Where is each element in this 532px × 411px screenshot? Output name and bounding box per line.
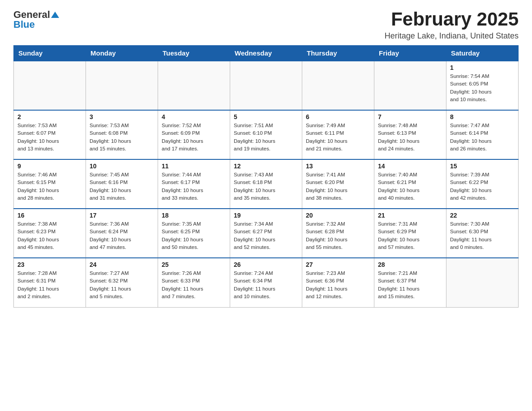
table-row: 24Sunrise: 7:27 AM Sunset: 6:32 PM Dayli… <box>86 258 158 307</box>
day-sun-info: Sunrise: 7:21 AM Sunset: 6:37 PM Dayligh… <box>378 270 442 300</box>
svg-marker-0 <box>51 12 59 18</box>
day-number: 23 <box>17 261 82 268</box>
table-row: 11Sunrise: 7:44 AM Sunset: 6:17 PM Dayli… <box>158 159 230 209</box>
day-number: 6 <box>306 113 370 120</box>
table-row: 3Sunrise: 7:53 AM Sunset: 6:08 PM Daylig… <box>86 110 158 159</box>
day-sun-info: Sunrise: 7:36 AM Sunset: 6:24 PM Dayligh… <box>90 220 154 251</box>
day-number: 2 <box>17 113 82 120</box>
table-row: 12Sunrise: 7:43 AM Sunset: 6:18 PM Dayli… <box>230 159 302 209</box>
table-row: 16Sunrise: 7:38 AM Sunset: 6:23 PM Dayli… <box>14 209 86 258</box>
day-sun-info: Sunrise: 7:40 AM Sunset: 6:21 PM Dayligh… <box>378 171 442 202</box>
day-sun-info: Sunrise: 7:54 AM Sunset: 6:05 PM Dayligh… <box>450 73 515 103</box>
day-sun-info: Sunrise: 7:41 AM Sunset: 6:20 PM Dayligh… <box>306 171 370 202</box>
day-number: 5 <box>234 113 298 120</box>
day-sun-info: Sunrise: 7:26 AM Sunset: 6:33 PM Dayligh… <box>162 270 226 300</box>
calendar-header-row: Sunday Monday Tuesday Wednesday Thursday… <box>14 46 519 61</box>
table-row: 4Sunrise: 7:52 AM Sunset: 6:09 PM Daylig… <box>158 110 230 159</box>
day-sun-info: Sunrise: 7:30 AM Sunset: 6:30 PM Dayligh… <box>450 220 515 251</box>
day-number: 10 <box>90 163 154 170</box>
day-number: 20 <box>306 212 370 219</box>
calendar-week-row: 9Sunrise: 7:46 AM Sunset: 6:15 PM Daylig… <box>14 159 519 209</box>
calendar-title: February 2025 <box>385 9 519 30</box>
day-number: 26 <box>234 261 298 268</box>
day-number: 19 <box>234 212 298 219</box>
table-row: 20Sunrise: 7:32 AM Sunset: 6:28 PM Dayli… <box>302 209 374 258</box>
table-row: 8Sunrise: 7:47 AM Sunset: 6:14 PM Daylig… <box>446 110 519 159</box>
table-row: 10Sunrise: 7:45 AM Sunset: 6:16 PM Dayli… <box>86 159 158 209</box>
day-number: 9 <box>17 163 82 170</box>
header-monday: Monday <box>86 46 158 61</box>
calendar-week-row: 2Sunrise: 7:53 AM Sunset: 6:07 PM Daylig… <box>14 110 519 159</box>
page-header: General Blue February 2025 Heritage Lake… <box>13 9 519 41</box>
day-sun-info: Sunrise: 7:35 AM Sunset: 6:25 PM Dayligh… <box>162 220 226 251</box>
logo: General Blue <box>13 9 60 30</box>
day-number: 13 <box>306 163 370 170</box>
day-number: 21 <box>378 212 442 219</box>
day-number: 4 <box>162 113 226 120</box>
table-row: 27Sunrise: 7:23 AM Sunset: 6:36 PM Dayli… <box>302 258 374 307</box>
day-number: 8 <box>450 113 515 120</box>
day-sun-info: Sunrise: 7:52 AM Sunset: 6:09 PM Dayligh… <box>162 122 226 153</box>
header-tuesday: Tuesday <box>158 46 230 61</box>
table-row: 9Sunrise: 7:46 AM Sunset: 6:15 PM Daylig… <box>14 159 86 209</box>
table-row: 1Sunrise: 7:54 AM Sunset: 6:05 PM Daylig… <box>446 61 519 110</box>
header-wednesday: Wednesday <box>230 46 302 61</box>
table-row: 15Sunrise: 7:39 AM Sunset: 6:22 PM Dayli… <box>446 159 519 209</box>
table-row: 14Sunrise: 7:40 AM Sunset: 6:21 PM Dayli… <box>374 159 446 209</box>
table-row: 21Sunrise: 7:31 AM Sunset: 6:29 PM Dayli… <box>374 209 446 258</box>
table-row: 7Sunrise: 7:48 AM Sunset: 6:13 PM Daylig… <box>374 110 446 159</box>
day-sun-info: Sunrise: 7:53 AM Sunset: 6:08 PM Dayligh… <box>90 122 154 153</box>
table-row <box>158 61 230 110</box>
day-sun-info: Sunrise: 7:46 AM Sunset: 6:15 PM Dayligh… <box>17 171 82 202</box>
table-row: 17Sunrise: 7:36 AM Sunset: 6:24 PM Dayli… <box>86 209 158 258</box>
header-saturday: Saturday <box>446 46 519 61</box>
table-row <box>86 61 158 110</box>
table-row <box>374 61 446 110</box>
day-sun-info: Sunrise: 7:38 AM Sunset: 6:23 PM Dayligh… <box>17 220 82 251</box>
day-sun-info: Sunrise: 7:49 AM Sunset: 6:11 PM Dayligh… <box>306 122 370 153</box>
header-sunday: Sunday <box>14 46 86 61</box>
table-row <box>446 258 519 307</box>
table-row: 19Sunrise: 7:34 AM Sunset: 6:27 PM Dayli… <box>230 209 302 258</box>
logo-blue-text: Blue <box>13 19 35 30</box>
day-sun-info: Sunrise: 7:31 AM Sunset: 6:29 PM Dayligh… <box>378 220 442 251</box>
day-number: 14 <box>378 163 442 170</box>
table-row: 18Sunrise: 7:35 AM Sunset: 6:25 PM Dayli… <box>158 209 230 258</box>
table-row: 22Sunrise: 7:30 AM Sunset: 6:30 PM Dayli… <box>446 209 519 258</box>
day-sun-info: Sunrise: 7:28 AM Sunset: 6:31 PM Dayligh… <box>17 270 82 300</box>
day-number: 24 <box>90 261 154 268</box>
day-number: 18 <box>162 212 226 219</box>
day-sun-info: Sunrise: 7:48 AM Sunset: 6:13 PM Dayligh… <box>378 122 442 153</box>
title-block: February 2025 Heritage Lake, Indiana, Un… <box>385 9 519 41</box>
calendar-week-row: 1Sunrise: 7:54 AM Sunset: 6:05 PM Daylig… <box>14 61 519 110</box>
day-number: 22 <box>450 212 515 219</box>
table-row <box>14 61 86 110</box>
day-sun-info: Sunrise: 7:24 AM Sunset: 6:34 PM Dayligh… <box>234 270 298 300</box>
day-sun-info: Sunrise: 7:47 AM Sunset: 6:14 PM Dayligh… <box>450 122 515 153</box>
day-number: 16 <box>17 212 82 219</box>
table-row: 2Sunrise: 7:53 AM Sunset: 6:07 PM Daylig… <box>14 110 86 159</box>
calendar-table: Sunday Monday Tuesday Wednesday Thursday… <box>13 45 519 308</box>
table-row: 26Sunrise: 7:24 AM Sunset: 6:34 PM Dayli… <box>230 258 302 307</box>
table-row: 23Sunrise: 7:28 AM Sunset: 6:31 PM Dayli… <box>14 258 86 307</box>
table-row: 5Sunrise: 7:51 AM Sunset: 6:10 PM Daylig… <box>230 110 302 159</box>
table-row: 13Sunrise: 7:41 AM Sunset: 6:20 PM Dayli… <box>302 159 374 209</box>
header-friday: Friday <box>374 46 446 61</box>
logo-triangle-icon <box>50 10 60 20</box>
day-number: 11 <box>162 163 226 170</box>
calendar-week-row: 16Sunrise: 7:38 AM Sunset: 6:23 PM Dayli… <box>14 209 519 258</box>
day-number: 28 <box>378 261 442 268</box>
day-sun-info: Sunrise: 7:45 AM Sunset: 6:16 PM Dayligh… <box>90 171 154 202</box>
day-sun-info: Sunrise: 7:53 AM Sunset: 6:07 PM Dayligh… <box>17 122 82 153</box>
calendar-subtitle: Heritage Lake, Indiana, United States <box>385 31 519 41</box>
day-sun-info: Sunrise: 7:34 AM Sunset: 6:27 PM Dayligh… <box>234 220 298 251</box>
day-number: 7 <box>378 113 442 120</box>
table-row: 25Sunrise: 7:26 AM Sunset: 6:33 PM Dayli… <box>158 258 230 307</box>
day-number: 17 <box>90 212 154 219</box>
header-thursday: Thursday <box>302 46 374 61</box>
day-sun-info: Sunrise: 7:23 AM Sunset: 6:36 PM Dayligh… <box>306 270 370 300</box>
day-number: 15 <box>450 163 515 170</box>
day-sun-info: Sunrise: 7:51 AM Sunset: 6:10 PM Dayligh… <box>234 122 298 153</box>
table-row: 28Sunrise: 7:21 AM Sunset: 6:37 PM Dayli… <box>374 258 446 307</box>
day-sun-info: Sunrise: 7:43 AM Sunset: 6:18 PM Dayligh… <box>234 171 298 202</box>
